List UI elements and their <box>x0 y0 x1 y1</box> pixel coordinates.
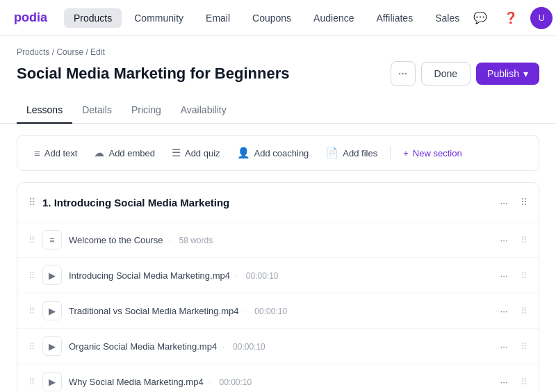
quiz-icon: ☰ <box>172 147 181 159</box>
lesson-name-4[interactable]: Why Social Media Marketing.mp4 · 00:00:1… <box>69 377 487 387</box>
lesson-name-2[interactable]: Traditional vs Social Media Marketing.mp… <box>69 306 487 316</box>
lesson-name-0[interactable]: Welcome to the Course · 58 words <box>69 235 487 245</box>
lesson-drag-right-1[interactable]: ⠿ <box>521 270 528 281</box>
lesson-row: ⠿ ▶ Introducing Social Media Marketing.m… <box>17 257 539 293</box>
lesson-dot-3: · <box>222 341 225 352</box>
lesson-icon-text-0: ≡ <box>42 230 62 250</box>
section-card: ⠿ 1. Introducing Social Media Marketing … <box>17 182 539 392</box>
add-quiz-label: Add quiz <box>185 148 220 158</box>
lesson-name-1[interactable]: Introducing Social Media Marketing.mp4 ·… <box>69 270 487 281</box>
lesson-icon-video-3: ▶ <box>42 336 62 356</box>
lesson-name-text-0: Welcome to the Course <box>69 235 163 245</box>
nav-item-coupons[interactable]: Coupons <box>243 8 301 28</box>
embed-icon: ☁ <box>94 147 104 159</box>
section-drag-handle-right[interactable]: ⠿ <box>521 197 528 208</box>
toolbar-divider <box>390 146 391 160</box>
chat-icon-button[interactable]: 💬 <box>469 7 491 29</box>
tab-details[interactable]: Details <box>72 97 122 124</box>
publish-label: Publish <box>487 68 519 79</box>
breadcrumb-products[interactable]: Products <box>17 47 49 57</box>
lesson-icon-video-1: ▶ <box>42 266 62 285</box>
lesson-icon-video-2: ▶ <box>42 301 62 320</box>
lesson-drag-handle-1[interactable]: ⠿ <box>28 270 35 281</box>
lesson-name-text-3: Organic Social Media Marketing.mp4 <box>69 341 217 352</box>
nav-item-email[interactable]: Email <box>196 8 240 28</box>
add-quiz-button[interactable]: ☰ Add quiz <box>165 142 227 163</box>
done-button[interactable]: Done <box>421 62 471 85</box>
lesson-name-3[interactable]: Organic Social Media Marketing.mp4 · 00:… <box>69 341 487 352</box>
lesson-name-text-4: Why Social Media Marketing.mp4 <box>69 377 204 387</box>
help-icon-button[interactable]: ❓ <box>500 7 522 29</box>
page-header: Products / Course / Edit Social Media Ma… <box>0 36 556 86</box>
lesson-meta-3: 00:00:10 <box>233 342 265 352</box>
breadcrumb-course[interactable]: Course <box>56 47 83 57</box>
lesson-meta-1: 00:00:10 <box>246 271 279 281</box>
video-type-icon-4: ▶ <box>49 377 56 387</box>
add-files-label: Add files <box>343 148 377 158</box>
video-type-icon: ▶ <box>49 270 56 281</box>
tab-lessons[interactable]: Lessons <box>17 97 72 124</box>
nav-item-sales[interactable]: Sales <box>425 8 469 28</box>
text-type-icon: ≡ <box>49 235 55 245</box>
lesson-more-button-1[interactable]: ··· <box>494 266 514 285</box>
nav-item-community[interactable]: Community <box>124 8 193 28</box>
text-icon: ≡ <box>34 147 40 159</box>
add-files-button[interactable]: 📄 Add files <box>318 142 384 163</box>
logo[interactable]: podia <box>14 10 47 25</box>
nav-right: 💬 ❓ U <box>469 7 553 29</box>
lesson-drag-handle-4[interactable]: ⠿ <box>28 377 35 387</box>
lesson-more-icon-2: ··· <box>500 306 507 316</box>
lesson-icon-video-4: ▶ <box>42 372 62 391</box>
lesson-drag-right-4[interactable]: ⠿ <box>521 377 528 387</box>
page-title-row: Social Media Marketing for Beginners ···… <box>17 61 539 86</box>
new-section-plus-icon: + <box>403 148 409 158</box>
lesson-drag-handle-3[interactable]: ⠿ <box>28 341 35 352</box>
lesson-more-icon-3: ··· <box>500 341 507 352</box>
add-coaching-button[interactable]: 👤 Add coaching <box>230 142 316 163</box>
avatar[interactable]: U <box>530 7 553 29</box>
more-options-button[interactable]: ··· <box>391 61 416 86</box>
tab-pricing[interactable]: Pricing <box>122 97 171 124</box>
nav-item-audience[interactable]: Audience <box>304 8 363 28</box>
breadcrumb: Products / Course / Edit <box>17 47 539 57</box>
lesson-dot-0: · <box>168 235 171 245</box>
publish-button[interactable]: Publish ▾ <box>476 63 539 85</box>
page-actions: ··· Done Publish ▾ <box>391 61 539 86</box>
tab-availability[interactable]: Availability <box>171 97 236 124</box>
files-icon: 📄 <box>325 147 338 159</box>
lesson-drag-handle-0[interactable]: ⠿ <box>28 235 35 245</box>
lesson-drag-right-3[interactable]: ⠿ <box>521 341 528 352</box>
lesson-row: ⠿ ≡ Welcome to the Course · 58 words ···… <box>17 222 539 257</box>
lesson-drag-right-2[interactable]: ⠿ <box>521 306 528 316</box>
lesson-more-button-0[interactable]: ··· <box>494 230 514 250</box>
lesson-name-text-2: Traditional vs Social Media Marketing.mp… <box>69 306 238 316</box>
section-header: ⠿ 1. Introducing Social Media Marketing … <box>17 183 539 222</box>
tabs: Lessons Details Pricing Availability <box>0 97 556 124</box>
lesson-more-button-4[interactable]: ··· <box>494 372 514 391</box>
chat-icon: 💬 <box>473 11 487 24</box>
lesson-dot-4: · <box>208 377 211 387</box>
coaching-icon: 👤 <box>237 147 250 159</box>
lesson-more-button-2[interactable]: ··· <box>494 301 514 320</box>
section-more-button[interactable]: ··· <box>494 193 514 212</box>
toolbar-section: ≡ Add text ☁ Add embed ☰ Add quiz 👤 Add … <box>0 124 556 182</box>
new-section-label: New section <box>413 148 462 158</box>
logo-text: podia <box>14 10 47 24</box>
add-coaching-label: Add coaching <box>254 148 309 158</box>
help-icon: ❓ <box>504 11 518 24</box>
add-embed-button[interactable]: ☁ Add embed <box>87 142 162 163</box>
lesson-more-button-3[interactable]: ··· <box>494 336 514 356</box>
lesson-more-icon-1: ··· <box>500 270 507 281</box>
lesson-name-text-1: Introducing Social Media Marketing.mp4 <box>69 270 230 281</box>
lesson-drag-handle-2[interactable]: ⠿ <box>28 306 35 316</box>
nav-item-affiliates[interactable]: Affiliates <box>367 8 423 28</box>
nav-items: Products Community Email Coupons Audienc… <box>64 8 469 28</box>
section-drag-handle[interactable]: ⠿ <box>28 197 35 208</box>
new-section-button[interactable]: + New section <box>396 144 468 163</box>
lesson-drag-right-0[interactable]: ⠿ <box>521 235 528 245</box>
lesson-row: ⠿ ▶ Organic Social Media Marketing.mp4 ·… <box>17 328 539 364</box>
section-title: 1. Introducing Social Media Marketing <box>42 197 487 209</box>
lesson-row: ⠿ ▶ Traditional vs Social Media Marketin… <box>17 293 539 328</box>
add-text-button[interactable]: ≡ Add text <box>27 143 84 163</box>
nav-item-products[interactable]: Products <box>64 8 122 28</box>
